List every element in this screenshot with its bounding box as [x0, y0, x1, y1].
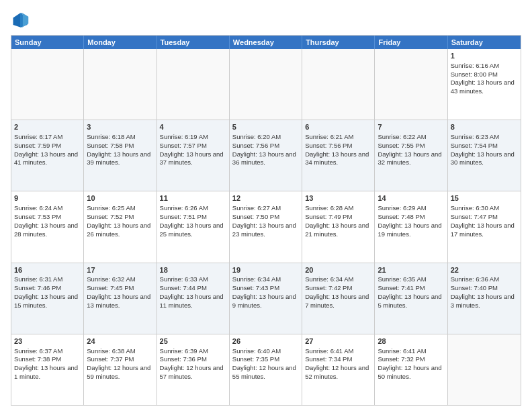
sun-info: Sunrise: 6:32 AM Sunset: 7:45 PM Dayligh…	[87, 275, 150, 308]
sun-info: Sunrise: 6:22 AM Sunset: 7:55 PM Dayligh…	[378, 133, 441, 166]
calendar-day-13: 13Sunrise: 6:28 AM Sunset: 7:49 PM Dayli…	[302, 191, 375, 262]
day-number: 8	[451, 122, 518, 132]
calendar-day-23: 23Sunrise: 6:37 AM Sunset: 7:38 PM Dayli…	[11, 334, 84, 405]
weekday-header-thursday: Thursday	[302, 36, 375, 49]
day-number: 19	[232, 265, 299, 275]
svg-marker-1	[23, 13, 29, 28]
calendar-row-5: 23Sunrise: 6:37 AM Sunset: 7:38 PM Dayli…	[11, 334, 521, 405]
calendar-day-20: 20Sunrise: 6:34 AM Sunset: 7:42 PM Dayli…	[302, 263, 375, 334]
day-number: 21	[378, 265, 444, 275]
calendar-day-11: 11Sunrise: 6:26 AM Sunset: 7:51 PM Dayli…	[157, 191, 230, 262]
sun-info: Sunrise: 6:41 AM Sunset: 7:32 PM Dayligh…	[378, 347, 441, 380]
sun-info: Sunrise: 6:29 AM Sunset: 7:48 PM Dayligh…	[378, 204, 441, 237]
sun-info: Sunrise: 6:33 AM Sunset: 7:44 PM Dayligh…	[160, 275, 224, 308]
day-number: 10	[87, 193, 153, 203]
day-number: 14	[378, 193, 444, 203]
day-number: 1	[451, 51, 518, 61]
calendar-day-3: 3Sunrise: 6:18 AM Sunset: 7:58 PM Daylig…	[84, 120, 157, 191]
logo-icon	[11, 11, 30, 30]
page: SundayMondayTuesdayWednesdayThursdayFrid…	[0, 0, 532, 411]
calendar-empty-cell	[157, 49, 230, 120]
sun-info: Sunrise: 6:20 AM Sunset: 7:56 PM Dayligh…	[232, 133, 296, 166]
calendar-day-10: 10Sunrise: 6:25 AM Sunset: 7:52 PM Dayli…	[84, 191, 157, 262]
sun-info: Sunrise: 6:24 AM Sunset: 7:53 PM Dayligh…	[14, 204, 78, 237]
weekday-header-wednesday: Wednesday	[230, 36, 302, 49]
sun-info: Sunrise: 6:25 AM Sunset: 7:52 PM Dayligh…	[87, 204, 150, 237]
day-number: 26	[232, 336, 299, 347]
calendar-day-24: 24Sunrise: 6:38 AM Sunset: 7:37 PM Dayli…	[84, 334, 157, 405]
calendar-day-8: 8Sunrise: 6:23 AM Sunset: 7:54 PM Daylig…	[448, 120, 521, 191]
calendar-row-4: 16Sunrise: 6:31 AM Sunset: 7:46 PM Dayli…	[11, 263, 521, 334]
sun-info: Sunrise: 6:41 AM Sunset: 7:34 PM Dayligh…	[305, 347, 369, 380]
calendar-day-5: 5Sunrise: 6:20 AM Sunset: 7:56 PM Daylig…	[230, 120, 302, 191]
calendar-day-4: 4Sunrise: 6:19 AM Sunset: 7:57 PM Daylig…	[157, 120, 230, 191]
day-number: 12	[232, 193, 299, 203]
logo	[11, 11, 32, 30]
day-number: 3	[87, 122, 153, 132]
weekday-header-tuesday: Tuesday	[157, 36, 230, 49]
day-number: 24	[87, 336, 153, 347]
header	[11, 11, 521, 30]
sun-info: Sunrise: 6:19 AM Sunset: 7:57 PM Dayligh…	[160, 133, 224, 166]
calendar-day-18: 18Sunrise: 6:33 AM Sunset: 7:44 PM Dayli…	[157, 263, 230, 334]
calendar-empty-cell	[302, 49, 375, 120]
calendar-day-2: 2Sunrise: 6:17 AM Sunset: 7:59 PM Daylig…	[11, 120, 84, 191]
day-number: 20	[305, 265, 371, 275]
day-number: 17	[87, 265, 153, 275]
day-number: 18	[160, 265, 226, 275]
calendar-body: 1Sunrise: 6:16 AM Sunset: 8:00 PM Daylig…	[11, 49, 521, 405]
calendar-empty-cell	[84, 49, 157, 120]
calendar-empty-cell	[230, 49, 302, 120]
weekday-header-saturday: Saturday	[448, 36, 521, 49]
calendar-day-6: 6Sunrise: 6:21 AM Sunset: 7:56 PM Daylig…	[302, 120, 375, 191]
calendar-row-3: 9Sunrise: 6:24 AM Sunset: 7:53 PM Daylig…	[11, 191, 521, 263]
sun-info: Sunrise: 6:36 AM Sunset: 7:40 PM Dayligh…	[451, 275, 515, 308]
calendar-day-27: 27Sunrise: 6:41 AM Sunset: 7:34 PM Dayli…	[302, 334, 375, 405]
calendar-day-17: 17Sunrise: 6:32 AM Sunset: 7:45 PM Dayli…	[84, 263, 157, 334]
sun-info: Sunrise: 6:21 AM Sunset: 7:56 PM Dayligh…	[305, 133, 369, 166]
day-number: 27	[305, 336, 371, 347]
calendar-day-12: 12Sunrise: 6:27 AM Sunset: 7:50 PM Dayli…	[230, 191, 302, 262]
day-number: 28	[378, 336, 444, 347]
sun-info: Sunrise: 6:18 AM Sunset: 7:58 PM Dayligh…	[87, 133, 150, 166]
sun-info: Sunrise: 6:16 AM Sunset: 8:00 PM Dayligh…	[451, 62, 515, 95]
calendar: SundayMondayTuesdayWednesdayThursdayFrid…	[11, 35, 521, 406]
calendar-empty-cell	[11, 49, 84, 120]
sun-info: Sunrise: 6:31 AM Sunset: 7:46 PM Dayligh…	[14, 275, 78, 308]
calendar-day-14: 14Sunrise: 6:29 AM Sunset: 7:48 PM Dayli…	[375, 191, 447, 262]
calendar-header: SundayMondayTuesdayWednesdayThursdayFrid…	[11, 36, 521, 49]
day-number: 25	[160, 336, 226, 347]
day-number: 5	[232, 122, 299, 132]
sun-info: Sunrise: 6:40 AM Sunset: 7:35 PM Dayligh…	[232, 347, 296, 380]
sun-info: Sunrise: 6:17 AM Sunset: 7:59 PM Dayligh…	[14, 133, 78, 166]
weekday-header-friday: Friday	[375, 36, 447, 49]
day-number: 16	[14, 265, 81, 275]
sun-info: Sunrise: 6:35 AM Sunset: 7:41 PM Dayligh…	[378, 275, 441, 308]
weekday-header-sunday: Sunday	[11, 36, 84, 49]
sun-info: Sunrise: 6:37 AM Sunset: 7:38 PM Dayligh…	[14, 347, 78, 380]
calendar-row-2: 2Sunrise: 6:17 AM Sunset: 7:59 PM Daylig…	[11, 120, 521, 191]
sun-info: Sunrise: 6:39 AM Sunset: 7:36 PM Dayligh…	[160, 347, 224, 380]
day-number: 7	[378, 122, 444, 132]
calendar-day-16: 16Sunrise: 6:31 AM Sunset: 7:46 PM Dayli…	[11, 263, 84, 334]
day-number: 13	[305, 193, 371, 203]
calendar-day-22: 22Sunrise: 6:36 AM Sunset: 7:40 PM Dayli…	[448, 263, 521, 334]
calendar-empty-cell	[448, 334, 521, 405]
calendar-day-15: 15Sunrise: 6:30 AM Sunset: 7:47 PM Dayli…	[448, 191, 521, 262]
day-number: 22	[451, 265, 518, 275]
day-number: 4	[160, 122, 226, 132]
calendar-day-1: 1Sunrise: 6:16 AM Sunset: 8:00 PM Daylig…	[448, 49, 521, 120]
calendar-row-1: 1Sunrise: 6:16 AM Sunset: 8:00 PM Daylig…	[11, 49, 521, 120]
calendar-empty-cell	[375, 49, 447, 120]
sun-info: Sunrise: 6:30 AM Sunset: 7:47 PM Dayligh…	[451, 204, 515, 237]
sun-info: Sunrise: 6:28 AM Sunset: 7:49 PM Dayligh…	[305, 204, 369, 237]
day-number: 6	[305, 122, 371, 132]
calendar-day-7: 7Sunrise: 6:22 AM Sunset: 7:55 PM Daylig…	[375, 120, 447, 191]
sun-info: Sunrise: 6:34 AM Sunset: 7:42 PM Dayligh…	[305, 275, 369, 308]
day-number: 2	[14, 122, 81, 132]
sun-info: Sunrise: 6:38 AM Sunset: 7:37 PM Dayligh…	[87, 347, 150, 380]
day-number: 9	[14, 193, 81, 203]
day-number: 23	[14, 336, 81, 347]
calendar-day-19: 19Sunrise: 6:34 AM Sunset: 7:43 PM Dayli…	[230, 263, 302, 334]
calendar-day-25: 25Sunrise: 6:39 AM Sunset: 7:36 PM Dayli…	[157, 334, 230, 405]
